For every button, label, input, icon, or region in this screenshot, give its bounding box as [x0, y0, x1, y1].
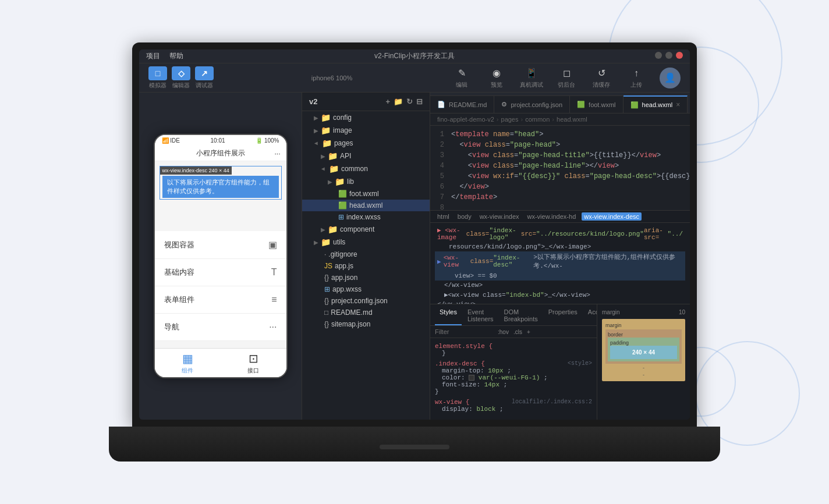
- action-upload[interactable]: ↑ 上传: [625, 67, 648, 89]
- tab-foot-wxml[interactable]: 🟩 foot.wxml: [570, 95, 623, 113]
- preview-panel: 📶 IDE 10:01 🔋 100% ← 小程序组件展示 ···: [139, 93, 302, 420]
- dt-bc-index-hd[interactable]: wx-view.index-hd: [525, 212, 579, 221]
- phone-highlight-area: wx-view.index-desc 240 × 44 以下将展示小程序官方组件…: [160, 166, 282, 200]
- styles-filter-input[interactable]: [435, 328, 493, 335]
- user-avatar[interactable]: 👤: [660, 68, 681, 88]
- html-line-5: ▶<wx-view class="index-bd">_</wx-view>: [435, 290, 685, 300]
- index-desc-selector: .index-desc {: [435, 360, 485, 367]
- tab-project-config[interactable]: ⚙ project.config.json: [494, 95, 570, 113]
- tree-file-gitignore[interactable]: · .gitignore: [302, 249, 430, 260]
- menu-item-help[interactable]: 帮助: [169, 51, 183, 61]
- action-preview[interactable]: ◉ 预览: [485, 67, 508, 89]
- phone-menu-icon[interactable]: ···: [274, 150, 280, 158]
- event-listeners-tab[interactable]: Event Listeners: [463, 307, 498, 325]
- tree-file-sitemap[interactable]: {} sitemap.json: [302, 318, 430, 330]
- action-background[interactable]: ◻ 切后台: [555, 67, 578, 89]
- list-item-basic-content[interactable]: 基础内容 T: [155, 259, 286, 286]
- action-edit[interactable]: ✎ 编辑: [450, 67, 473, 89]
- dt-bc-index[interactable]: wx-view.index: [477, 212, 522, 221]
- tree-folder-image[interactable]: ▶ 📁 image: [302, 124, 430, 137]
- accessibility-tab[interactable]: Accessibility: [583, 307, 597, 325]
- tab-readme[interactable]: 📄 README.md: [430, 95, 494, 113]
- device-debug-icon: 📱: [523, 67, 540, 80]
- nav-components-icon: ▦: [182, 352, 193, 365]
- tree-folder-pages[interactable]: ▼ 📁 pages: [302, 137, 430, 150]
- dt-bc-body[interactable]: body: [455, 212, 474, 221]
- new-folder-icon[interactable]: 📁: [394, 97, 403, 106]
- box-model-panel: margin 10 margin border: [597, 304, 690, 420]
- box-margin-val: 10: [679, 309, 685, 315]
- tab-head-wxml[interactable]: 🟩 head.wxml ×: [623, 95, 688, 113]
- folder-icon: 📁: [321, 126, 331, 135]
- action-device-debug[interactable]: 📱 真机调试: [520, 67, 543, 89]
- action-clear-cache[interactable]: ↺ 清缓存: [590, 67, 613, 89]
- js-icon: JS: [324, 262, 332, 270]
- breadcrumb-sep-0: ›: [497, 116, 499, 123]
- refresh-icon[interactable]: ↻: [406, 97, 413, 106]
- tree-folder-api[interactable]: ▶ 📁 API: [302, 150, 430, 162]
- tree-folder-utils[interactable]: ▶ 📁 utils: [302, 236, 430, 249]
- devtools-panel: html body wx-view.index wx-view.index-hd…: [430, 210, 690, 420]
- tree-folder-config[interactable]: ▶ 📁 config: [302, 111, 430, 124]
- app-title: v2-FinClip小程序开发工具: [374, 51, 455, 61]
- tab-foot-icon: 🟩: [577, 101, 585, 108]
- folder-icon: 📁: [335, 177, 345, 186]
- file-tree-root: v2: [309, 97, 317, 106]
- tree-file-projectconfig[interactable]: {} project.config.json: [302, 295, 430, 307]
- phone-nav-api[interactable]: ⊡ 接口: [221, 349, 286, 377]
- tree-file-appjs[interactable]: JS app.js: [302, 260, 430, 272]
- styles-tab[interactable]: Styles: [435, 307, 462, 325]
- toolbar-btn-simulator[interactable]: □ 模拟器: [148, 66, 167, 90]
- tab-foot-label: foot.wxml: [589, 101, 615, 108]
- tree-folder-common[interactable]: ▼ 📁 common: [302, 162, 430, 175]
- box-padding: padding 240 × 44: [608, 338, 679, 361]
- devtools-breadcrumb: html body wx-view.index wx-view.index-hd…: [430, 211, 690, 223]
- collapse-icon[interactable]: ⊟: [416, 97, 423, 106]
- file-appwxss-label: app.wxss: [332, 285, 362, 293]
- tree-file-head-wxml[interactable]: 🟩 head.wxml: [302, 200, 430, 211]
- file-index-wxss-label: index.wxss: [346, 213, 381, 221]
- line-num-8: 8: [430, 204, 451, 210]
- tree-file-readme[interactable]: □ README.md: [302, 307, 430, 318]
- maximize-btn[interactable]: [665, 52, 672, 59]
- menu-item-project[interactable]: 项目: [146, 51, 160, 61]
- line-content-5: <view wx:if="{{desc}}" class="page-head-…: [451, 172, 690, 183]
- tab-close-icon[interactable]: ×: [676, 101, 680, 109]
- tree-file-appwxss[interactable]: ⊞ app.wxss: [302, 283, 430, 295]
- tree-folder-component[interactable]: ▶ 📁 component: [302, 223, 430, 236]
- chevron-icon: ▶: [314, 239, 318, 246]
- file-projectconfig-label: project.config.json: [331, 297, 388, 305]
- list-item-view-container[interactable]: 视图容器 ▣: [155, 231, 286, 259]
- chevron-icon: ▶: [321, 226, 325, 233]
- toolbar-right: ✎ 编辑 ◉ 预览 📱 真机调试 ◻ 切后台: [450, 67, 681, 89]
- box-margin-label: margin: [602, 309, 620, 315]
- properties-tab[interactable]: Properties: [544, 307, 582, 325]
- list-item-nav[interactable]: 导航 ···: [155, 314, 286, 341]
- tab-head-icon: 🟩: [630, 101, 639, 109]
- prop-name: display:: [442, 406, 476, 413]
- prop-font-size: font-size: 14px ;: [435, 381, 592, 388]
- tab-more[interactable]: ···: [688, 102, 690, 113]
- minimize-btn[interactable]: [655, 52, 662, 59]
- prop-val: block: [476, 406, 495, 413]
- prop-val: var(--weui-FG-1): [479, 374, 540, 381]
- close-btn[interactable]: [676, 52, 683, 59]
- list-item-form[interactable]: 表单组件 ≡: [155, 286, 286, 314]
- simulator-icon: □: [148, 66, 167, 80]
- dom-breakpoints-tab[interactable]: DOM Breakpoints: [499, 307, 543, 325]
- toolbar-btn-debugger[interactable]: ↗ 调试器: [195, 66, 214, 90]
- phone-nav-components[interactable]: ▦ 组件: [155, 349, 221, 377]
- tree-file-foot-wxml[interactable]: 🟩 foot.wxml: [302, 188, 430, 200]
- dt-bc-index-desc[interactable]: wx-view.index-desc: [582, 212, 642, 221]
- line-num-3: 3: [430, 151, 451, 162]
- tree-file-index-wxss[interactable]: ⊞ index.wxss: [302, 211, 430, 223]
- tree-folder-lib[interactable]: ▶ 📁 lib: [302, 175, 430, 188]
- toolbar-btn-editor[interactable]: ◇ 编辑器: [172, 66, 190, 90]
- dt-bc-html[interactable]: html: [435, 212, 452, 221]
- file-gitignore-label: .gitignore: [328, 250, 357, 258]
- new-file-icon[interactable]: +: [385, 97, 390, 106]
- ide-app: 项目 帮助 v2-FinClip小程序开发工具 □ 模拟器: [139, 49, 690, 420]
- tree-file-appjson[interactable]: {} app.json: [302, 272, 430, 283]
- line-content-8: [451, 204, 690, 210]
- code-area[interactable]: 1 <template name="head"> 2 <view class="…: [430, 126, 690, 210]
